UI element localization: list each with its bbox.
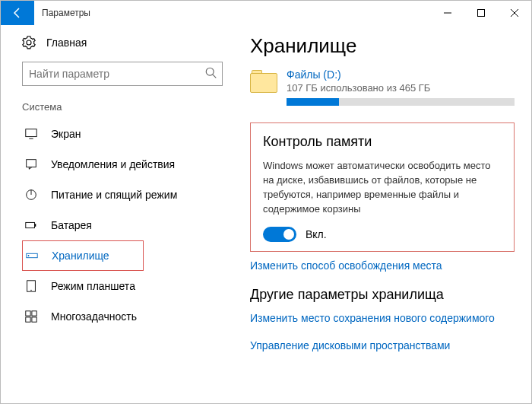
folder-icon	[250, 68, 277, 96]
content: Хранилище Файлы (D:) 107 ГБ использовано…	[244, 25, 531, 403]
storage-sense-desc: Windows может автоматически освободить м…	[263, 159, 502, 216]
link-storage-spaces[interactable]: Управление дисковыми пространствами	[250, 339, 515, 352]
minimize-button[interactable]	[431, 1, 464, 25]
page-title: Хранилище	[250, 34, 515, 58]
svg-rect-8	[27, 160, 36, 167]
sidebar-item-multitasking[interactable]: Многозадачность	[22, 301, 223, 332]
search-icon	[204, 66, 218, 82]
svg-rect-20	[32, 317, 36, 322]
back-button[interactable]	[1, 1, 34, 25]
svg-rect-18	[32, 311, 36, 316]
notifications-icon	[24, 157, 39, 171]
section-label: Система	[22, 101, 223, 113]
search-input[interactable]	[22, 62, 223, 86]
svg-rect-1	[478, 10, 485, 17]
drive-row[interactable]: Файлы (D:) 107 ГБ использовано из 465 ГБ	[250, 68, 515, 106]
settings-window: Параметры Главная Система	[0, 0, 532, 404]
drive-name: Файлы (D:)	[287, 68, 515, 81]
storage-sense-title: Контроль памяти	[263, 134, 502, 150]
home-label: Главная	[46, 37, 87, 49]
sidebar-item-label: Питание и спящий режим	[51, 189, 177, 201]
toggle-knob	[283, 229, 294, 240]
close-button[interactable]	[498, 1, 531, 25]
storage-sense-panel: Контроль памяти Windows может автоматиче…	[250, 122, 515, 252]
svg-rect-19	[26, 317, 30, 322]
other-params-heading: Другие параметры хранилища	[250, 287, 515, 303]
svg-point-14	[28, 255, 30, 256]
svg-line-5	[213, 75, 217, 78]
sidebar-item-label: Хранилище	[52, 250, 109, 262]
tablet-icon	[24, 279, 39, 293]
sidebar-item-storage[interactable]: Хранилище	[22, 240, 144, 271]
svg-rect-12	[35, 224, 36, 227]
multitasking-icon	[24, 310, 39, 323]
drive-info: Файлы (D:) 107 ГБ использовано из 465 ГБ	[287, 68, 515, 106]
sidebar-item-power[interactable]: Питание и спящий режим	[22, 180, 223, 210]
home-link[interactable]: Главная	[22, 36, 223, 49]
titlebar: Параметры	[1, 1, 531, 25]
storage-sense-toggle[interactable]	[263, 227, 296, 242]
window-title: Параметры	[34, 1, 431, 25]
storage-icon	[24, 249, 40, 262]
svg-rect-6	[26, 129, 36, 137]
drive-usage: 107 ГБ использовано из 465 ГБ	[287, 82, 515, 94]
svg-rect-11	[26, 222, 35, 227]
display-icon	[24, 127, 39, 141]
sidebar-item-battery[interactable]: Батарея	[22, 210, 223, 240]
sidebar-item-tablet[interactable]: Режим планшета	[22, 271, 223, 301]
link-change-save-location[interactable]: Изменить место сохранения нового содержи…	[250, 312, 515, 324]
sidebar-item-label: Батарея	[51, 219, 92, 231]
svg-rect-17	[26, 311, 30, 316]
gear-icon	[22, 36, 36, 49]
battery-icon	[24, 218, 39, 232]
sidebar-item-label: Многозадачность	[51, 310, 137, 323]
link-change-freeup[interactable]: Изменить способ освобождения места	[250, 259, 515, 272]
sidebar-item-notifications[interactable]: Уведомления и действия	[22, 149, 223, 180]
sidebar-item-label: Уведомления и действия	[51, 158, 175, 170]
sidebar-item-label: Экран	[51, 128, 81, 140]
svg-point-4	[206, 68, 214, 75]
svg-point-16	[30, 290, 31, 291]
usage-bar	[287, 98, 515, 106]
usage-bar-fill	[287, 98, 339, 106]
power-icon	[24, 188, 39, 202]
sidebar-item-label: Режим планшета	[51, 280, 135, 292]
sidebar: Главная Система Экран Уведомления и дейс…	[1, 25, 244, 403]
search-box[interactable]	[22, 62, 223, 86]
sidebar-item-display[interactable]: Экран	[22, 119, 223, 149]
toggle-state-label: Вкл.	[306, 228, 327, 240]
maximize-button[interactable]	[464, 1, 498, 25]
